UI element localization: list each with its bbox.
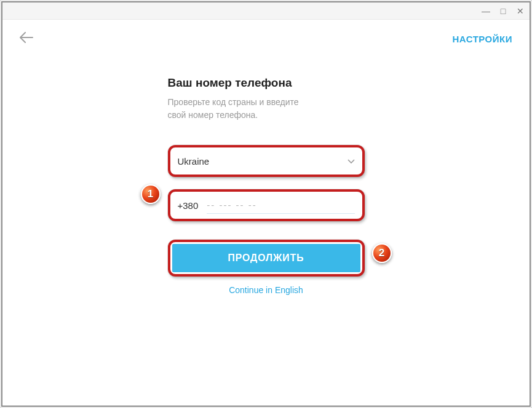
phone-input[interactable] (207, 197, 354, 214)
settings-link[interactable]: НАСТРОЙКИ (452, 34, 512, 44)
app-window: — □ ✕ НАСТРОЙКИ Ваш номер телефона Прове… (1, 1, 531, 407)
login-form: Ваш номер телефона Проверьте код страны … (168, 76, 365, 295)
minimize-button[interactable]: — (482, 7, 490, 15)
country-name: Ukraine (178, 156, 210, 167)
page-title: Ваш номер телефона (168, 76, 365, 90)
phone-row: +380 (172, 193, 361, 218)
annotation-badge-2: 2 (372, 243, 392, 263)
window-titlebar: — □ ✕ (2, 2, 530, 20)
subtitle-line: свой номер телефона. (168, 110, 258, 120)
back-arrow-icon[interactable] (20, 31, 33, 47)
chevron-down-icon (347, 157, 355, 166)
phone-prefix: +380 (178, 200, 207, 211)
language-link[interactable]: Continue in English (168, 285, 365, 295)
continue-button[interactable]: ПРОДОЛЖИТЬ (172, 244, 360, 272)
country-select[interactable]: Ukraine (172, 149, 361, 173)
country-select-highlight: Ukraine (168, 145, 365, 177)
subtitle-line: Проверьте код страны и введите (168, 97, 299, 107)
fields-group: 1 Ukraine +380 (168, 145, 365, 221)
annotation-badge-1: 1 (141, 184, 161, 204)
maximize-button[interactable]: □ (499, 7, 507, 15)
phone-input-highlight: +380 (168, 189, 365, 221)
page-subtitle: Проверьте код страны и введите свой номе… (168, 96, 365, 122)
button-group: 2 ПРОДОЛЖИТЬ (168, 240, 365, 277)
top-bar: НАСТРОЙКИ (2, 20, 530, 52)
continue-button-highlight: ПРОДОЛЖИТЬ (168, 240, 365, 277)
close-window-button[interactable]: ✕ (516, 7, 525, 15)
